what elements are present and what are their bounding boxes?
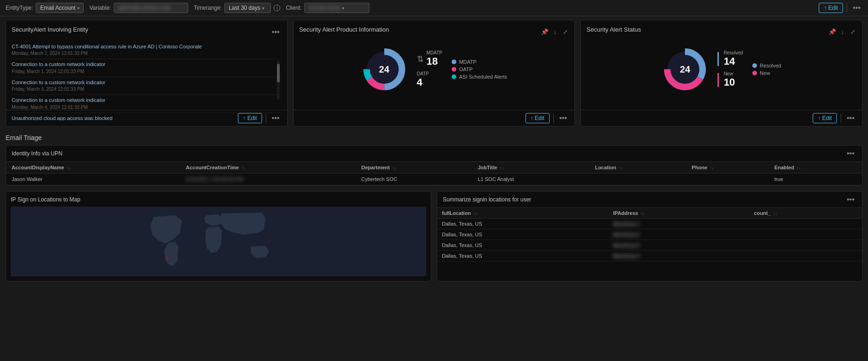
download-icon[interactable]: ↓ [551,28,559,36]
identity-header: Identity Info via UPN ••• [6,146,862,162]
mdatp-value: 18 [427,55,442,67]
panel2-footer-more[interactable]: ••• [558,114,569,122]
timerange-value: Last 30 days [229,5,260,11]
signin-header: Summarize signin locations for user ••• [437,192,862,208]
resolved-stat-values: Resolved 14 [723,50,743,67]
cell-count [750,219,862,229]
pin-icon[interactable]: 📌 [541,28,548,36]
panel2-divider [553,114,554,123]
entity-type-select[interactable]: Email Account ▾ [36,3,84,13]
email-triage-section: Email Triage Identity Info via UPN ••• A… [6,134,862,281]
client-item: Client: tenant-name ▾ [286,3,369,13]
new-value: 10 [723,76,735,88]
panel3-donut-area: 24 Resolved 14 New 10 [586,41,856,111]
client-chevron: ▾ [342,6,344,11]
security-alert-status-panel: Security Alert Status 📌 ↓ ⤢ 24 [580,20,862,127]
status-donut-label: 24 [680,64,690,75]
col-account-creation-time: AccountCreationTime ↑↓ [180,162,356,174]
entity-type-chevron: ▾ [77,6,79,11]
status-stats-area: Resolved 14 New 10 [717,50,743,88]
oatp-label: OATP [417,71,429,76]
col-phone: Phone ↑↓ [686,162,769,174]
identity-panel: Identity Info via UPN ••• AccountDisplay… [6,145,862,186]
security-alert-entity-panel: SecurityAlert Involving Entity ••• CT-40… [6,20,288,127]
top-edit-button[interactable]: ↑ Edit [819,3,843,13]
panel3-footer: ↑ Edit ••• [581,110,862,126]
resolved-bar [717,52,719,66]
table-row: Dallas, Texas, US blurred-ip-3 [437,240,862,251]
oatp-value: 4 [417,76,429,88]
panel3-title: Security Alert Status [586,26,641,33]
identity-table-container: AccountDisplayName ↑↓ AccountCreationTim… [6,162,862,185]
alert-list: CT-4001 Attempt to bypass conditional ac… [12,41,282,120]
signin-panel: Summarize signin locations for user ••• … [437,191,862,281]
panel1-edit-button[interactable]: ↑ Edit [238,113,262,123]
mdatp-stat-values: MDATP 18 [427,50,442,67]
identity-more-button[interactable]: ••• [845,149,856,158]
cell-department: Cybertech SOC [356,174,473,185]
new-label: New [723,71,735,76]
client-select[interactable]: tenant-name ▾ [304,3,369,13]
identity-tbody: Jason Walker 6/16/2021 1:00:00:00 PM Cyb… [6,174,862,185]
cell-ip-address: blurred-ip-1 [609,219,750,229]
product-legend: MDATPOATPASI Scheduled Alerts [452,59,507,80]
world-map-svg [11,207,426,276]
table-row: Dallas, Texas, US blurred-ip-2 [437,229,862,240]
top-right-actions: ↑ Edit ••• [819,3,862,13]
map-title: IP Sign on Locations to Map [11,196,426,203]
list-item: CT-4001 Attempt to bypass conditional ac… [12,41,282,59]
product-donut-label: 24 [379,64,389,75]
panel1-footer-more[interactable]: ••• [270,114,282,122]
variable-value: admin@contoso.com [118,5,171,11]
panel3-download-icon[interactable]: ↓ [839,28,846,36]
panel3-footer-more[interactable]: ••• [845,114,856,122]
signin-more-button[interactable]: ••• [845,195,856,204]
col-department: Department ↑↓ [356,162,473,174]
panel1-more-button[interactable]: ••• [270,28,282,36]
panel3-pin-icon[interactable]: 📌 [829,28,836,36]
panel3-icons: 📌 ↓ ⤢ [829,28,856,36]
alert-list-wrapper: CT-4001 Attempt to bypass conditional ac… [12,41,282,120]
toolbar-more-button[interactable]: ••• [851,4,862,12]
cell-location [589,174,686,185]
variable-select[interactable]: admin@contoso.com [114,3,188,13]
entity-type-item: EntityType: Email Account ▾ [6,3,84,13]
panel3-expand-icon[interactable]: ⤢ [849,28,856,36]
legend-item: MDATP [452,59,507,65]
panel3-header: Security Alert Status 📌 ↓ ⤢ [586,26,856,38]
status-legend: ResolvedNew [752,63,781,76]
panel3-divider [841,114,841,123]
cell-full-location: Dallas, Texas, US [437,251,609,261]
svg-point-8 [166,257,168,259]
list-item: Connection to a custom network indicator… [12,77,282,95]
legend-item: New [752,70,781,76]
col-location: Location ↑↓ [589,162,686,174]
new-stat: New 10 [717,71,743,88]
panel2-edit-button[interactable]: ↑ Edit [526,113,550,123]
timerange-label: Timerange: [194,5,222,11]
resolved-stat: Resolved 14 [717,50,743,67]
cell-full-location: Dallas, Texas, US [437,229,609,240]
panel1-title: SecurityAlert Involving Entity [12,26,88,33]
list-item: Connection to a custom network indicator… [12,59,282,77]
info-icon[interactable]: i [274,5,280,11]
panel1-footer: ↑ Edit ••• [6,110,287,126]
product-donut-chart: 24 [361,46,408,93]
signin-scroll-wrapper: fullLocation ↑↓ IPAddress ↑↓ count_ ↑↓ D… [437,208,862,261]
col-job-title: JobTitle ↑↓ [472,162,589,174]
timerange-select[interactable]: Last 30 days ▾ [224,3,271,13]
scrollbar-thumb[interactable] [277,64,280,82]
expand-icon[interactable]: ⤢ [561,28,569,36]
email-triage-title: Email Triage [6,134,862,141]
oatp-stat: OATP 4 [417,71,442,88]
cell-ip-address: blurred-ip-3 [609,240,750,251]
entity-type-label: EntityType: [6,5,33,11]
map-area [11,207,426,276]
oatp-stat-values: OATP 4 [417,71,429,88]
cell-job-title: L1 SOC Analyst [472,174,589,185]
panel3-edit-button[interactable]: ↑ Edit [813,113,837,123]
panel2-donut-area: 24 ⇅ MDATP 18 OATP 4 [299,41,569,111]
timerange-item: Timerange: Last 30 days ▾ i [194,3,280,13]
panel1-icons: ••• [270,28,282,36]
resolved-label: Resolved [723,50,743,55]
